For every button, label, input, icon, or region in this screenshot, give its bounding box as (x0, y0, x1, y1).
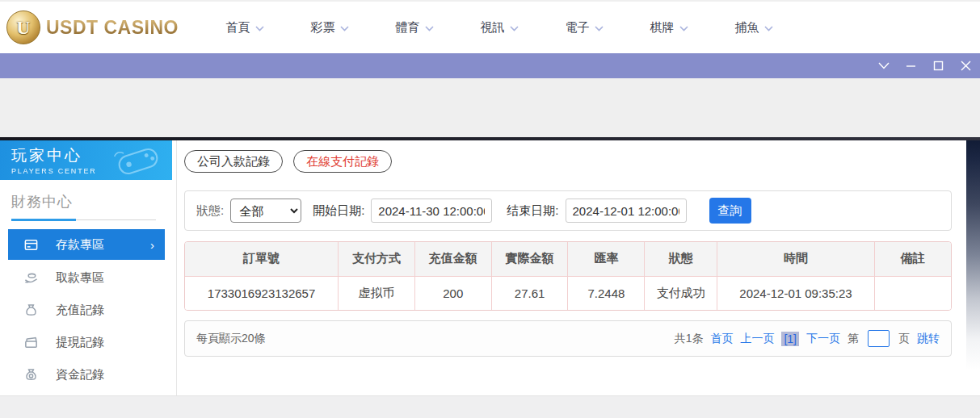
cell-exchange-rate: 7.2448 (568, 276, 645, 310)
sidebar-item-withdraw[interactable]: 取款專區 (0, 261, 172, 294)
collapse-chevron-icon[interactable] (877, 59, 890, 73)
bottom-bar (0, 395, 980, 418)
sidebar-menu: 存款專區 › 取款專區 充值記錄 提現記錄 (0, 229, 172, 395)
nav-item-boardgames[interactable]: 棋牌 (627, 20, 712, 36)
status-label: 狀態: (196, 203, 224, 219)
nav-label: 捕魚 (734, 20, 759, 36)
col-payment-method: 支付方式 (339, 242, 415, 276)
next-page-link[interactable]: 下一页 (806, 332, 840, 346)
col-actual-amount: 實際金額 (491, 242, 568, 276)
nav-item-home[interactable]: 首頁 (203, 20, 288, 36)
start-date-label: 開始日期: (313, 203, 364, 219)
col-status: 狀態 (645, 242, 717, 276)
page-size-text: 每頁顯示20條 (196, 332, 266, 346)
maximize-icon[interactable] (932, 59, 945, 73)
main-nav: 首頁 彩票 體育 視訊 電子 棋牌 捕魚 (203, 20, 797, 36)
sidebar-item-label: 充值記錄 (56, 303, 104, 318)
sidebar-item-label: 存款專區 (56, 237, 104, 253)
records-table: 訂單號 支付方式 充值金額 實際金額 匯率 狀態 時間 備註 173301692… (185, 242, 951, 310)
nav-label: 首頁 (225, 20, 250, 36)
tab-online-payment-record[interactable]: 在線支付記錄 (293, 150, 392, 173)
brand-name: USDT CASINO (46, 17, 179, 39)
table-header-row: 訂單號 支付方式 充值金額 實際金額 匯率 狀態 時間 備註 (185, 242, 951, 276)
records-table-container: 訂單號 支付方式 充值金額 實際金額 匯率 狀態 時間 備註 173301692… (184, 241, 952, 311)
funds-bag-icon (23, 367, 39, 382)
cell-time: 2024-12-01 09:35:23 (717, 276, 874, 310)
sidebar-item-label: 資金記錄 (56, 367, 104, 382)
brand-logo[interactable]: U USDT CASINO (6, 10, 179, 44)
col-exchange-rate: 匯率 (568, 242, 645, 276)
record-tabs: 公司入款記錄 在線支付記錄 (184, 150, 966, 173)
chevron-right-icon: › (150, 238, 154, 252)
chevron-down-icon (679, 26, 688, 31)
content-area: 玩家中心 PLAYERS CENTER 財務中心 存款專區 (0, 140, 980, 395)
current-page-badge: [1] (781, 332, 799, 346)
cell-order-number: 1733016923132657 (185, 276, 339, 310)
table-row: 1733016923132657 虚拟币 200 27.61 7.2448 支付… (185, 276, 951, 310)
chevron-down-icon (510, 26, 519, 31)
jump-prefix-label: 第 (848, 332, 859, 346)
col-order-number: 訂單號 (185, 242, 339, 276)
end-date-input[interactable] (566, 199, 687, 223)
chevron-down-icon (425, 26, 434, 31)
status-select[interactable]: 全部 (230, 199, 301, 223)
sidebar: 玩家中心 PLAYERS CENTER 財務中心 存款專區 (0, 140, 172, 395)
top-header: U USDT CASINO 首頁 彩票 體育 視訊 電子 棋牌 捕魚 (0, 0, 980, 53)
cell-actual-amount: 27.61 (491, 276, 568, 310)
chevron-down-icon (255, 26, 264, 31)
col-remark: 備註 (874, 242, 951, 276)
search-button[interactable]: 查詢 (709, 198, 751, 224)
pagination-controls: 共1条 首页 上一页 [1] 下一页 第 页 跳转 (675, 330, 940, 347)
cell-recharge-amount: 200 (414, 276, 491, 310)
end-date-label: 结束日期: (507, 203, 558, 219)
finance-center-title: 財務中心 (11, 192, 172, 211)
total-count: 共1条 (675, 332, 704, 346)
sidebar-item-recharge-record[interactable]: 充值記錄 (0, 294, 172, 326)
nav-label: 棋牌 (650, 20, 674, 36)
players-center-header: 玩家中心 PLAYERS CENTER (0, 140, 172, 180)
close-icon[interactable] (959, 59, 973, 73)
chevron-down-icon (764, 26, 773, 31)
nav-item-fishing[interactable]: 捕魚 (712, 20, 797, 36)
jump-suffix-label: 页 (898, 332, 910, 346)
nav-item-slots[interactable]: 電子 (542, 20, 627, 36)
nav-item-sports[interactable]: 體育 (372, 20, 457, 36)
gamepad-icon (111, 144, 166, 178)
nav-item-live[interactable]: 視訊 (457, 20, 542, 36)
jump-page-input[interactable] (868, 330, 890, 347)
deposit-card-icon (23, 237, 39, 253)
logo-ball-icon: U (6, 10, 40, 44)
filter-bar: 狀態: 全部 開始日期: 结束日期: 查詢 (184, 190, 952, 231)
nav-label: 視訊 (480, 20, 504, 36)
sidebar-item-withdraw-record[interactable]: 提現記錄 (0, 326, 172, 358)
sidebar-item-funds-record[interactable]: 資金記錄 (0, 358, 172, 391)
chevron-down-icon (340, 26, 349, 31)
cell-remark (874, 276, 951, 310)
minimize-icon[interactable] (904, 59, 918, 73)
nav-label: 體育 (395, 20, 419, 36)
nav-item-lottery[interactable]: 彩票 (288, 20, 372, 36)
window-titlebar (0, 53, 980, 78)
sidebar-item-label: 取款專區 (56, 270, 104, 286)
start-date-input[interactable] (371, 199, 492, 223)
withdraw-record-icon (23, 335, 39, 350)
sidebar-item-label: 提現記錄 (56, 335, 104, 350)
cell-payment-method: 虚拟币 (339, 276, 415, 310)
jump-action-link[interactable]: 跳转 (917, 332, 940, 346)
nav-label: 彩票 (310, 20, 334, 36)
col-recharge-amount: 充值金額 (414, 242, 491, 276)
nav-label: 電子 (565, 20, 589, 36)
col-time: 時間 (717, 242, 874, 276)
withdraw-hand-icon (23, 270, 39, 286)
tab-company-deposit-record[interactable]: 公司入款記錄 (184, 150, 283, 173)
logo-letter: U (16, 17, 30, 39)
chevron-down-icon (595, 26, 604, 31)
background-edge-gradient (966, 140, 980, 395)
sidebar-item-deposit[interactable]: 存款專區 › (8, 229, 165, 260)
first-page-link[interactable]: 首页 (710, 332, 733, 346)
sidebar-divider (11, 219, 156, 221)
cell-status: 支付成功 (645, 276, 717, 310)
pagination-bar: 每頁顯示20條 共1条 首页 上一页 [1] 下一页 第 页 跳转 (184, 320, 952, 357)
main-panel: 公司入款記錄 在線支付記錄 狀態: 全部 開始日期: 结束日期: 查詢 訂單號 … (177, 140, 966, 395)
prev-page-link[interactable]: 上一页 (740, 332, 774, 346)
